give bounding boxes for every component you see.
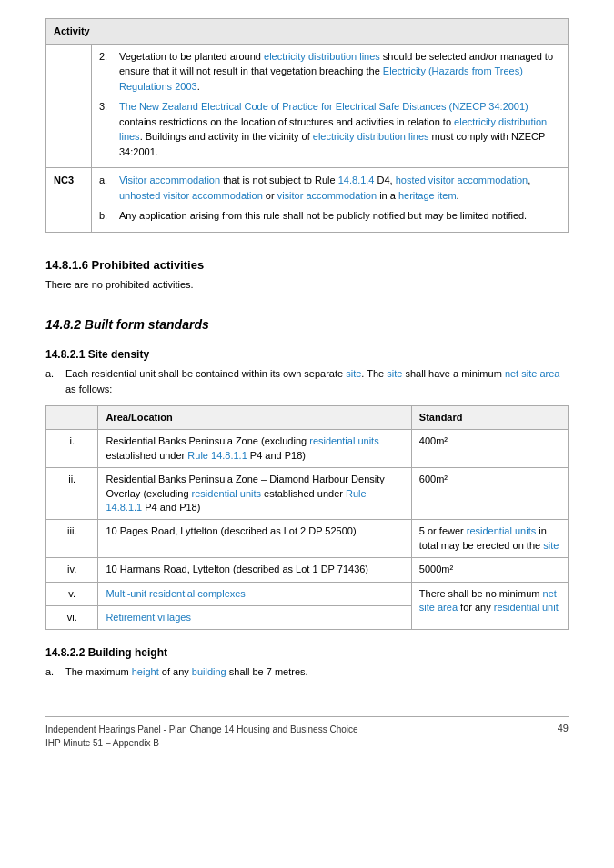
link-rule-14814[interactable]: 14.8.1.4 xyxy=(338,175,375,185)
item-2-text: Vegetation to be planted around electric… xyxy=(119,49,560,95)
activity-items-1: 2. Vegetation to be planted around elect… xyxy=(92,44,569,168)
list-item-3: 3. The New Zealand Electrical Code of Pr… xyxy=(99,99,560,159)
item-a-text: Visitor accommodation that is not subjec… xyxy=(119,173,560,203)
row-num-ii: ii. xyxy=(46,468,98,520)
table-row: v. Multi-unit residential complexes Ther… xyxy=(46,582,569,605)
link-heritage-item[interactable]: heritage item xyxy=(398,190,457,201)
row-label-empty xyxy=(46,44,92,168)
link-res-unit-v[interactable]: residential unit xyxy=(494,602,559,613)
link-multi-unit[interactable]: Multi-unit residential complexes xyxy=(106,588,245,599)
link-height[interactable]: height xyxy=(132,666,159,677)
table-row: iv. 10 Harmans Road, Lyttelton (describe… xyxy=(46,558,569,582)
density-col-standard: Standard xyxy=(411,406,568,430)
footer: Independent Hearings Panel - Plan Change… xyxy=(45,716,569,750)
standard-iv: 5000m² xyxy=(411,558,568,582)
section-1486-body: There are no prohibited activities. xyxy=(45,277,569,293)
list-item-a: a. Visitor accommodation that is not sub… xyxy=(99,173,560,203)
activity-table: Activity 2. Vegetation to be planted aro… xyxy=(45,18,569,233)
intro-label-a: a. xyxy=(45,366,65,396)
area-vi: Retirement villages xyxy=(98,605,411,629)
area-v: Multi-unit residential complexes xyxy=(98,582,411,605)
intro-text: Each residential unit shall be contained… xyxy=(65,366,569,396)
nc3-items: a. Visitor accommodation that is not sub… xyxy=(92,168,569,233)
section-heading-14822: 14.8.2.2 Building height xyxy=(45,646,569,659)
activity-table-header: Activity xyxy=(46,19,569,45)
density-col-area: Area/Location xyxy=(98,406,411,430)
item-b-text: Any application arising from this rule s… xyxy=(119,208,527,224)
area-ii: Residential Banks Peninsula Zone – Diamo… xyxy=(98,468,411,520)
link-electricity-3[interactable]: electricity distribution lines xyxy=(313,131,429,142)
link-site-2[interactable]: site xyxy=(387,368,402,379)
building-height-intro: a. The maximum height of any building sh… xyxy=(45,664,569,680)
section-heading-14821: 14.8.2.1 Site density xyxy=(45,348,569,361)
density-col-num xyxy=(46,406,98,430)
standard-i: 400m² xyxy=(411,430,568,468)
row-label-nc3: NC3 xyxy=(46,168,92,233)
row-num-iv: iv. xyxy=(46,558,98,582)
link-site-1[interactable]: site xyxy=(346,368,361,379)
area-iv: 10 Harmans Road, Lyttelton (described as… xyxy=(98,558,411,582)
row-num-i: i. xyxy=(46,430,98,468)
list-item-b: b. Any application arising from this rul… xyxy=(99,208,560,224)
list-item-2: 2. Vegetation to be planted around elect… xyxy=(99,49,560,95)
item-num-2: 2. xyxy=(99,49,119,95)
bh-label-a: a. xyxy=(45,664,65,680)
link-retirement-villages[interactable]: Retirement villages xyxy=(106,612,191,623)
area-iii: 10 Pages Road, Lyttelton (described as L… xyxy=(98,520,411,558)
link-net-site-area[interactable]: net site area xyxy=(505,368,560,379)
standard-v-vi: There shall be no minimum net site area … xyxy=(411,582,568,630)
standard-iii: 5 or fewer residential units in total ma… xyxy=(411,520,568,558)
footer-page: 49 xyxy=(558,723,569,733)
area-i: Residential Banks Peninsula Zone (exclud… xyxy=(98,430,411,468)
table-row: i. Residential Banks Peninsula Zone (exc… xyxy=(46,430,569,468)
link-hosted-visitor[interactable]: hosted visitor accommodation xyxy=(396,175,528,185)
site-density-intro: a. Each residential unit shall be contai… xyxy=(45,366,569,396)
link-rule-14811-i[interactable]: Rule 14.8.1.1 xyxy=(187,450,247,461)
table-row: ii. Residential Banks Peninsula Zone – D… xyxy=(46,468,569,520)
link-electricity-hazards[interactable]: Electricity (Hazards from Trees) Regulat… xyxy=(119,65,523,92)
link-res-units-iii[interactable]: residential units xyxy=(467,525,536,536)
section-heading-1482: 14.8.2 Built form standards xyxy=(45,317,569,332)
link-visitor-accommodation-1[interactable]: Visitor accommodation xyxy=(119,175,220,185)
row-num-vi: vi. xyxy=(46,605,98,629)
link-electricity-1[interactable]: electricity distribution lines xyxy=(264,51,380,62)
row-num-v: v. xyxy=(46,582,98,605)
section-heading-1486: 14.8.1.6 Prohibited activities xyxy=(45,258,569,272)
link-site-iii[interactable]: site xyxy=(543,540,559,551)
link-building[interactable]: building xyxy=(192,666,226,677)
item-3-text: The New Zealand Electrical Code of Pract… xyxy=(119,99,560,159)
standard-ii: 600m² xyxy=(411,468,568,520)
bh-text: The maximum height of any building shall… xyxy=(65,664,308,680)
item-num-3: 3. xyxy=(99,99,119,159)
footer-line1: Independent Hearings Panel - Plan Change… xyxy=(45,723,358,736)
density-table: Area/Location Standard i. Residential Ba… xyxy=(45,405,569,630)
link-res-units-i[interactable]: residential units xyxy=(309,435,378,446)
footer-line2: IHP Minute 51 – Appendix B xyxy=(45,736,358,750)
row-num-iii: iii. xyxy=(46,520,98,558)
item-num-b: b. xyxy=(99,208,119,224)
link-nzecp[interactable]: The New Zealand Electrical Code of Pract… xyxy=(119,101,528,112)
footer-text: Independent Hearings Panel - Plan Change… xyxy=(45,723,358,750)
link-visitor-accommodation-2[interactable]: visitor accommodation xyxy=(277,190,377,201)
table-row: iii. 10 Pages Road, Lyttelton (described… xyxy=(46,520,569,558)
item-num-a: a. xyxy=(99,173,119,203)
link-res-units-ii[interactable]: residential units xyxy=(192,488,261,499)
link-unhosted-visitor[interactable]: unhosted visitor accommodation xyxy=(119,190,263,201)
